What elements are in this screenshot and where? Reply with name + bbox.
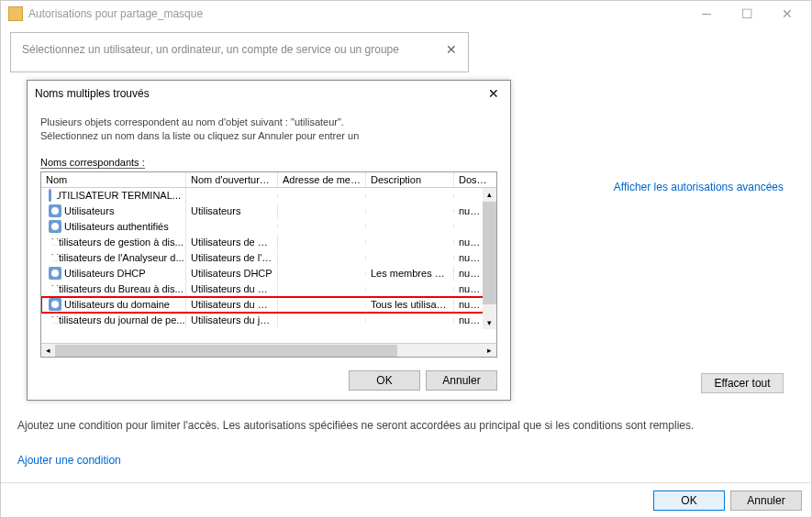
scroll-left-icon[interactable]: ◂ — [41, 345, 55, 357]
table-row[interactable]: Utilisateurs authentifiés — [41, 219, 496, 235]
dialog-close-icon[interactable]: ✕ — [484, 86, 503, 101]
group-icon — [49, 267, 61, 280]
col-header-email[interactable]: Adresse de mes... — [278, 172, 366, 187]
scroll-right-icon[interactable]: ▸ — [483, 345, 496, 357]
horizontal-scrollbar[interactable]: ◂ ▸ — [41, 343, 496, 357]
multiple-names-dialog: Noms multiples trouvés ✕ Plusieurs objet… — [27, 80, 511, 401]
col-header-description[interactable]: Description — [366, 172, 454, 187]
group-icon — [49, 220, 61, 233]
scroll-down-icon[interactable]: ▾ — [483, 315, 496, 329]
dialog-title-bar: Noms multiples trouvés ✕ — [28, 81, 510, 106]
main-content: Sélectionnez un utilisateur, un ordinate… — [1, 27, 811, 482]
table-row[interactable]: Utilisateurs du Bureau à dis...Utilisate… — [41, 281, 496, 297]
dialog-title: Noms multiples trouvés — [35, 87, 484, 100]
vertical-scrollbar[interactable]: ▴ ▾ — [483, 188, 496, 329]
permissions-window: Autorisations pour partage_masque ─ ☐ ✕ … — [0, 0, 812, 518]
main-ok-button[interactable]: OK — [653, 490, 725, 511]
minimize-button[interactable]: ─ — [686, 1, 727, 27]
table-row[interactable]: UTILISATEUR TERMINAL... — [41, 188, 496, 204]
main-cancel-button[interactable]: Annuler — [730, 490, 802, 511]
group-icon — [49, 189, 51, 202]
table-row[interactable]: Utilisateurs de gestion à dis...Utilisat… — [41, 235, 496, 250]
dialog-notice: Plusieurs objets correspondent au nom d'… — [40, 116, 497, 144]
select-object-dialog: Sélectionnez un utilisateur, un ordinate… — [10, 32, 469, 72]
title-bar: Autorisations pour partage_masque ─ ☐ ✕ — [1, 1, 811, 27]
show-advanced-permissions-link[interactable]: Afficher les autorisations avancées — [614, 181, 784, 193]
table-row[interactable]: Utilisateurs de l'Analyseur d...Utilisat… — [41, 250, 496, 266]
group-icon — [49, 298, 61, 311]
condition-area: Ajoutez une condition pour limiter l'acc… — [17, 412, 795, 467]
group-icon — [49, 204, 61, 217]
dialog-cancel-button[interactable]: Annuler — [426, 370, 497, 391]
names-table: Nom Nom d'ouverture ... Adresse de mes..… — [40, 171, 497, 358]
window-title: Autorisations pour partage_masque — [28, 7, 686, 20]
table-header: Nom Nom d'ouverture ... Adresse de mes..… — [41, 172, 496, 188]
table-row[interactable]: Utilisateurs du journal de pe...Utilisat… — [41, 313, 496, 328]
bottom-bar: OK Annuler — [1, 482, 811, 517]
clear-all-button[interactable]: Effacer tout — [701, 373, 784, 393]
add-condition-link[interactable]: Ajouter une condition — [17, 454, 121, 467]
table-body: UTILISATEUR TERMINAL...UtilisateursUtili… — [41, 188, 496, 343]
maximize-button[interactable]: ☐ — [727, 1, 767, 27]
close-button[interactable]: ✕ — [767, 1, 807, 27]
col-header-logon[interactable]: Nom d'ouverture ... — [186, 172, 278, 187]
matching-names-label: Noms correspondants : — [40, 157, 497, 168]
dialog-ok-button[interactable]: OK — [349, 370, 420, 391]
select-object-prompt: Sélectionnez un utilisateur, un ordinate… — [22, 43, 399, 56]
condition-description: Ajoutez une condition pour limiter l'acc… — [17, 419, 795, 432]
table-row[interactable]: Utilisateurs du domaineUtilisateurs du d… — [41, 297, 496, 313]
scroll-up-icon[interactable]: ▴ — [483, 188, 496, 202]
folder-icon — [8, 6, 23, 21]
dialog-footer: OK Annuler — [28, 367, 510, 400]
col-header-folder[interactable]: Dossier — [454, 172, 493, 187]
table-row[interactable]: UtilisateursUtilisateursnumelio — [41, 204, 496, 219]
col-header-nom[interactable]: Nom — [41, 172, 186, 187]
table-row[interactable]: Utilisateurs DHCPUtilisateurs DHCPLes me… — [41, 266, 496, 281]
select-object-close-icon[interactable]: ✕ — [446, 42, 457, 57]
